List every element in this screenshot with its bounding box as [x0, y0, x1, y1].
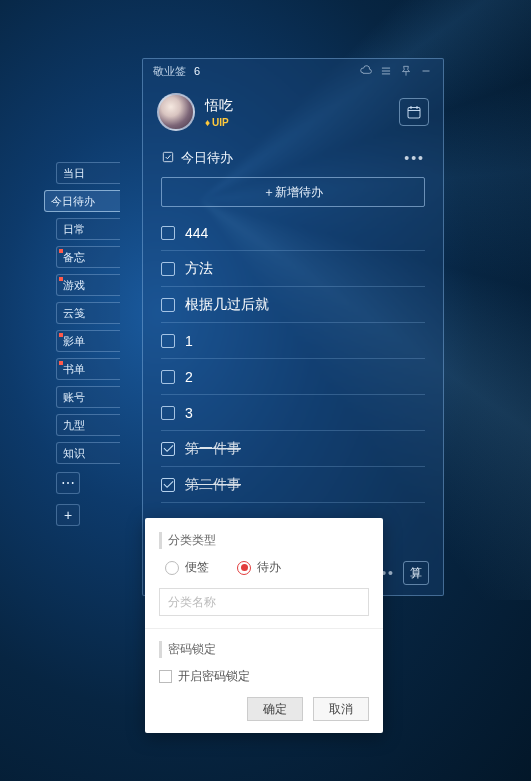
app-name: 敬业签 [153, 64, 186, 79]
divider [145, 628, 383, 629]
ok-button[interactable]: 确定 [247, 697, 303, 721]
side-tab[interactable]: 备忘 [56, 246, 120, 268]
notification-count: 6 [194, 65, 200, 77]
calendar-button[interactable] [399, 98, 429, 126]
calendar-icon [405, 103, 423, 121]
side-tab[interactable]: 云笺 [56, 302, 120, 324]
category-name-input[interactable] [159, 588, 369, 616]
todo-checkbox[interactable] [161, 370, 175, 384]
radio-todo[interactable]: 待办 [237, 559, 281, 576]
todo-label: 根据几过后就 [185, 296, 269, 314]
section-header: 今日待办 ••• [143, 141, 443, 173]
side-tab[interactable]: 日常 [56, 218, 120, 240]
side-tab[interactable]: 当日 [56, 162, 120, 184]
side-tab[interactable]: 九型 [56, 414, 120, 436]
todo-item[interactable]: 2 [161, 359, 425, 395]
username: 悟吃 [205, 97, 233, 115]
notification-badge[interactable]: 6 [192, 65, 200, 77]
todo-checkbox[interactable] [161, 478, 175, 492]
todo-item[interactable]: 1 [161, 323, 425, 359]
side-tab[interactable]: 账号 [56, 386, 120, 408]
section-more-icon[interactable]: ••• [404, 150, 425, 166]
todo-section-icon [161, 150, 175, 167]
todo-checkbox[interactable] [161, 226, 175, 240]
section-title: 今日待办 [181, 149, 233, 167]
svg-rect-1 [163, 152, 172, 161]
todo-list: 444方法根据几过后就123第一件事第二件事 [143, 215, 443, 503]
todo-label: 第一件事 [185, 440, 241, 458]
radio-dot-icon [165, 561, 179, 575]
todo-item[interactable]: 方法 [161, 251, 425, 287]
svg-rect-0 [408, 108, 420, 119]
lock-checkbox-row[interactable]: 开启密码锁定 [159, 668, 369, 685]
todo-label: 2 [185, 369, 193, 385]
dialog-buttons: 确定 取消 [159, 697, 369, 721]
checkbox-icon [159, 670, 172, 683]
avatar[interactable] [157, 93, 195, 131]
calc-button[interactable]: 算 [403, 561, 429, 585]
radio-note[interactable]: 便签 [165, 559, 209, 576]
todo-item[interactable]: 3 [161, 395, 425, 431]
radio-dot-icon [237, 561, 251, 575]
cancel-button[interactable]: 取消 [313, 697, 369, 721]
todo-label: 第二件事 [185, 476, 241, 494]
todo-label: 方法 [185, 260, 213, 278]
side-tab[interactable]: 游戏 [56, 274, 120, 296]
dialog-lock-label: 密码锁定 [159, 641, 369, 658]
side-add-button[interactable]: + [56, 504, 80, 526]
side-tab[interactable]: 知识 [56, 442, 120, 464]
side-tab[interactable]: 今日待办 [44, 190, 120, 212]
todo-checkbox[interactable] [161, 262, 175, 276]
todo-label: 444 [185, 225, 208, 241]
vip-badge: UIP [205, 117, 233, 128]
profile-text: 悟吃 UIP [205, 97, 233, 128]
profile-row: 悟吃 UIP [143, 83, 443, 141]
side-tab[interactable]: 书单 [56, 358, 120, 380]
side-tabs: 当日今日待办日常备忘游戏云笺影单书单账号九型知识⋯+ [56, 162, 132, 526]
todo-checkbox[interactable] [161, 406, 175, 420]
todo-item[interactable]: 第一件事 [161, 431, 425, 467]
lock-checkbox-label: 开启密码锁定 [178, 668, 250, 685]
category-dialog: 分类类型 便签 待办 密码锁定 开启密码锁定 确定 取消 [145, 518, 383, 733]
todo-item[interactable]: 根据几过后就 [161, 287, 425, 323]
todo-label: 3 [185, 405, 193, 421]
pin-icon[interactable] [399, 64, 413, 78]
todo-checkbox[interactable] [161, 442, 175, 456]
dialog-type-label: 分类类型 [159, 532, 369, 549]
side-more-icon[interactable]: ⋯ [56, 472, 80, 494]
todo-checkbox[interactable] [161, 334, 175, 348]
side-tab[interactable]: 影单 [56, 330, 120, 352]
add-todo-button[interactable]: ＋新增待办 [161, 177, 425, 207]
minimize-icon[interactable] [419, 64, 433, 78]
todo-item[interactable]: 第二件事 [161, 467, 425, 503]
todo-label: 1 [185, 333, 193, 349]
cloud-sync-icon[interactable] [359, 64, 373, 78]
main-window: 敬业签 6 悟吃 UIP [142, 58, 444, 596]
todo-item[interactable]: 444 [161, 215, 425, 251]
titlebar: 敬业签 6 [143, 59, 443, 83]
radio-note-label: 便签 [185, 559, 209, 576]
radio-todo-label: 待办 [257, 559, 281, 576]
radio-group: 便签 待办 [165, 559, 369, 576]
menu-icon[interactable] [379, 64, 393, 78]
todo-checkbox[interactable] [161, 298, 175, 312]
